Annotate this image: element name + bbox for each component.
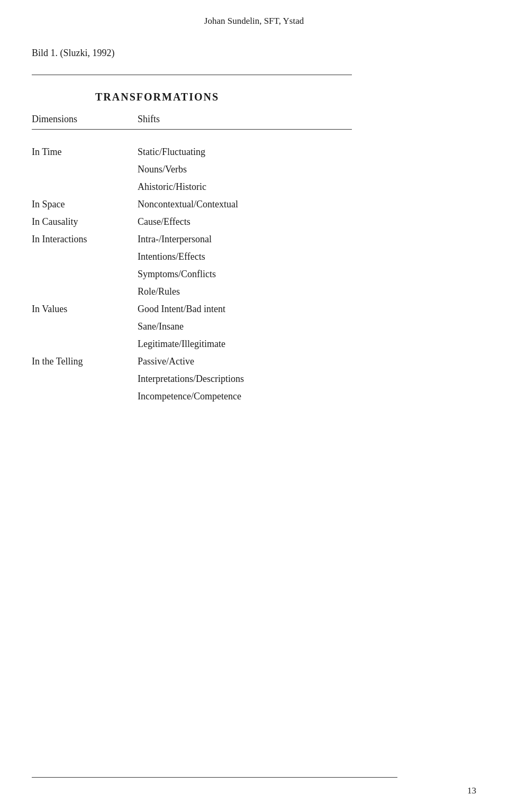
shift-cell: Symptoms/Conflicts — [138, 268, 476, 280]
dimension-cell — [32, 372, 138, 373]
table-row: In InteractionsIntra-/Interpersonal — [32, 233, 476, 245]
table-row: Nouns/Verbs — [32, 163, 476, 175]
dimension-cell: In the Telling — [32, 355, 138, 367]
dimension-cell: In Time — [32, 145, 138, 158]
column-headers: Dimensions Shifts — [32, 114, 476, 125]
shift-cell: Legitimate/Illegitimate — [138, 337, 476, 350]
page-number: 13 — [467, 786, 476, 796]
shift-cell: Nouns/Verbs — [138, 163, 476, 175]
col-header-shifts: Shifts — [138, 114, 160, 125]
table-row: Interpretations/Descriptions — [32, 372, 476, 385]
shift-cell: Intentions/Effects — [138, 250, 476, 262]
dimension-cell: In Causality — [32, 215, 138, 227]
table-row: Intentions/Effects — [32, 250, 476, 262]
page: Johan Sundelin, SFT, Ystad Bild 1. (Sluz… — [0, 0, 508, 812]
table-body: In TimeStatic/FluctuatingNouns/VerbsAhis… — [32, 145, 476, 402]
shift-cell: Incompetence/Competence — [138, 390, 476, 402]
shift-cell: Good Intent/Bad intent — [138, 303, 476, 315]
table-row: Ahistoric/Historic — [32, 180, 476, 193]
table-row: In SpaceNoncontextual/Contextual — [32, 198, 476, 210]
table-row: Sane/Insane — [32, 320, 476, 332]
dimension-cell — [32, 250, 138, 251]
dimension-cell — [32, 337, 138, 339]
shift-cell: Role/Rules — [138, 285, 476, 297]
bild-label: Bild 1. (Sluzki, 1992) — [32, 48, 476, 59]
shift-cell: Ahistoric/Historic — [138, 180, 476, 193]
shift-cell: Cause/Effects — [138, 215, 476, 227]
shift-cell: Interpretations/Descriptions — [138, 372, 476, 385]
dimension-cell: In Interactions — [32, 233, 138, 245]
dimension-cell — [32, 163, 138, 164]
table-row: Symptoms/Conflicts — [32, 268, 476, 280]
shift-cell: Sane/Insane — [138, 320, 476, 332]
dimension-cell: In Values — [32, 303, 138, 315]
dimension-cell — [32, 268, 138, 269]
dimension-cell: In Space — [32, 198, 138, 210]
table-row: In the TellingPassive/Active — [32, 355, 476, 367]
dimension-cell — [32, 390, 138, 391]
bottom-divider — [32, 777, 397, 778]
dimension-cell — [32, 285, 138, 286]
table-row: Legitimate/Illegitimate — [32, 337, 476, 350]
shift-cell: Intra-/Interpersonal — [138, 233, 476, 245]
header-title: Johan Sundelin, SFT, Ystad — [204, 16, 304, 26]
col-header-dimensions: Dimensions — [32, 114, 138, 125]
dimension-cell — [32, 180, 138, 181]
shift-cell: Passive/Active — [138, 355, 476, 367]
shift-cell: Noncontextual/Contextual — [138, 198, 476, 210]
shift-cell: Static/Fluctuating — [138, 145, 476, 158]
section-title: TRANSFORMATIONS — [95, 91, 476, 103]
table-row: In CausalityCause/Effects — [32, 215, 476, 227]
header-divider — [32, 129, 352, 130]
top-divider — [32, 75, 352, 75]
table-row: In TimeStatic/Fluctuating — [32, 145, 476, 158]
table-row: In ValuesGood Intent/Bad intent — [32, 303, 476, 315]
page-header: Johan Sundelin, SFT, Ystad — [32, 16, 476, 26]
table-row: Incompetence/Competence — [32, 390, 476, 402]
table-row: Role/Rules — [32, 285, 476, 297]
dimension-cell — [32, 320, 138, 321]
